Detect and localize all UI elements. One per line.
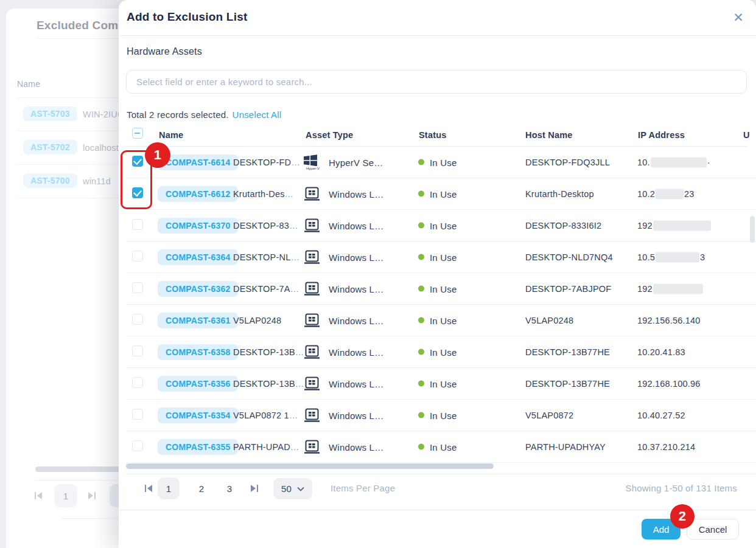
ip-address: 10.37.210.214 xyxy=(637,442,695,452)
page-1-button[interactable]: 1 xyxy=(158,477,180,499)
windows-laptop-icon xyxy=(304,250,320,265)
host-name: DESKTOP-13B77HE xyxy=(525,379,610,389)
ip-address: 10.223 xyxy=(637,189,695,199)
row-checkbox[interactable] xyxy=(132,219,143,230)
asset-type-label: HyperV Se… xyxy=(329,157,383,167)
column-header-asset-type[interactable]: Asset Type xyxy=(306,130,353,140)
asset-id-badge[interactable]: COMPAST-6358 xyxy=(158,344,238,360)
page-2-button[interactable]: 2 xyxy=(191,477,212,499)
showing-items-label: Showing 1-50 of 131 Items xyxy=(626,483,737,493)
windows-laptop-icon xyxy=(304,187,320,201)
assets-table-body: COMPAST-6614 DESKTOP-FD… Hyper-V HyperV … xyxy=(126,147,756,463)
table-header-row: Name Asset Type Status Host Name IP Addr… xyxy=(126,125,756,146)
bg-page-1-button[interactable]: 1 xyxy=(54,484,77,507)
row-checkbox[interactable] xyxy=(132,345,143,356)
ip-address: 192.156.56.140 xyxy=(637,316,701,325)
screen: Excluded Computers Name AST-5703WIN-2IUO… xyxy=(0,0,756,548)
status-dot xyxy=(418,349,424,355)
ip-address: 10.40.27.52 xyxy=(637,411,685,420)
column-header-clipped[interactable]: U xyxy=(743,130,750,140)
asset-id-badge[interactable]: COMPAST-6364 xyxy=(158,249,238,265)
column-header-status[interactable]: Status xyxy=(419,130,447,140)
table-row[interactable]: COMPAST-6614 DESKTOP-FD… Hyper-V HyperV … xyxy=(126,147,756,178)
asset-type-label: Windows L… xyxy=(329,189,383,199)
row-checkbox[interactable] xyxy=(132,251,143,262)
column-header-name[interactable]: Name xyxy=(159,130,183,140)
table-row[interactable]: COMPAST-6370 DESKTOP-83… Windows L… In U… xyxy=(126,210,756,241)
table-row[interactable]: COMPAST-6354 V5LAP0872 1… Windows L… In … xyxy=(126,400,756,431)
asset-name: V5LAP0248 xyxy=(233,316,281,325)
table-row[interactable]: COMPAST-6364 DESKTOP-NL… Windows L… In U… xyxy=(126,241,756,273)
table-row[interactable]: COMPAST-6362 DESKTOP-7A… Windows L… In U… xyxy=(126,273,756,305)
asset-id-badge[interactable]: COMPAST-6612 xyxy=(158,186,238,202)
status-cell: In Use xyxy=(418,189,457,199)
host-name: Krutarth-Desktop xyxy=(525,189,594,199)
unselect-all-link[interactable]: Unselect All xyxy=(233,109,282,120)
column-header-host-name[interactable]: Host Name xyxy=(525,130,573,140)
asset-id-badge[interactable]: COMPAST-6370 xyxy=(158,218,238,234)
redacted-ip-blur xyxy=(653,220,711,231)
page-size-select[interactable]: 50 xyxy=(273,478,312,499)
status-label: In Use xyxy=(430,220,457,231)
first-page-icon[interactable] xyxy=(144,484,154,493)
asset-id-badge[interactable]: COMPAST-6361 xyxy=(158,313,238,328)
asset-name: DESKTOP-83… xyxy=(233,221,298,231)
status-dot xyxy=(418,159,424,165)
first-page-icon[interactable] xyxy=(34,491,44,500)
search-input[interactable] xyxy=(126,70,747,94)
modal-title: Add to Exclusion List xyxy=(127,10,247,24)
status-dot xyxy=(418,223,424,229)
row-checkbox[interactable] xyxy=(132,314,143,325)
last-page-icon[interactable] xyxy=(249,484,259,493)
chevron-down-icon xyxy=(297,487,304,491)
status-label: In Use xyxy=(430,442,457,452)
table-vertical-scrollbar[interactable] xyxy=(750,216,755,243)
add-button[interactable]: Add xyxy=(642,519,681,539)
ip-address: 192 xyxy=(637,220,712,231)
ip-address: 10.53 xyxy=(637,252,705,262)
row-checkbox[interactable] xyxy=(132,440,143,451)
asset-type-label: Windows L… xyxy=(329,252,383,262)
select-all-checkbox[interactable] xyxy=(132,128,143,139)
status-label: In Use xyxy=(430,410,457,420)
section-title: Hardware Assets xyxy=(127,46,202,57)
table-horizontal-scrollbar[interactable] xyxy=(126,463,494,469)
asset-name: DESKTOP-13B… xyxy=(233,379,304,389)
asset-type-label: Windows L… xyxy=(329,283,383,294)
redacted-ip-blur xyxy=(653,283,703,294)
asset-id-badge[interactable]: COMPAST-6614 xyxy=(158,154,238,170)
status-dot xyxy=(418,254,424,260)
asset-id-badge[interactable]: COMPAST-6362 xyxy=(158,281,238,297)
asset-type-label: Windows L… xyxy=(329,315,383,325)
asset-id-badge[interactable]: COMPAST-6354 xyxy=(158,408,238,423)
bg-asset-name: win11d xyxy=(83,176,111,186)
last-page-icon[interactable] xyxy=(86,491,96,500)
redacted-ip-blur xyxy=(651,157,707,167)
page-3-button[interactable]: 3 xyxy=(219,477,240,499)
table-row[interactable]: COMPAST-6358 DESKTOP-13B… Windows L… In … xyxy=(126,336,756,368)
asset-name: DESKTOP-13B… xyxy=(233,347,304,357)
asset-id-badge[interactable]: COMPAST-6356 xyxy=(158,376,238,392)
table-row[interactable]: COMPAST-6356 DESKTOP-13B… Windows L… In … xyxy=(126,368,756,400)
row-checkbox[interactable] xyxy=(132,409,143,420)
cancel-button[interactable]: Cancel xyxy=(687,519,739,539)
asset-id-badge[interactable]: COMPAST-6355 xyxy=(158,439,238,455)
row-checkbox[interactable] xyxy=(132,187,143,198)
table-row[interactable]: COMPAST-6612 Krutarth-Des… Windows L… In… xyxy=(126,178,756,210)
row-checkbox[interactable] xyxy=(132,156,143,167)
row-checkbox[interactable] xyxy=(132,377,143,388)
page-size-value: 50 xyxy=(281,484,292,494)
redacted-ip-blur xyxy=(656,252,699,262)
bg-column-header-name: Name xyxy=(17,79,40,89)
close-icon[interactable]: ✕ xyxy=(733,11,744,24)
asset-name: PARTH-UPAD… xyxy=(233,442,299,452)
column-header-ip-address[interactable]: IP Address xyxy=(638,130,685,140)
table-row[interactable]: COMPAST-6361 V5LAP0248 Windows L… In Use… xyxy=(126,305,756,336)
row-checkbox[interactable] xyxy=(132,282,143,293)
asset-name: DESKTOP-NL… xyxy=(233,252,299,262)
windows-laptop-icon xyxy=(304,408,320,423)
ip-address: 10.20.41.83 xyxy=(637,347,685,357)
status-label: In Use xyxy=(430,252,457,262)
host-name: DESKTOP-NLD7NQ4 xyxy=(525,252,613,262)
table-row[interactable]: COMPAST-6355 PARTH-UPAD… Windows L… In U… xyxy=(126,431,756,463)
